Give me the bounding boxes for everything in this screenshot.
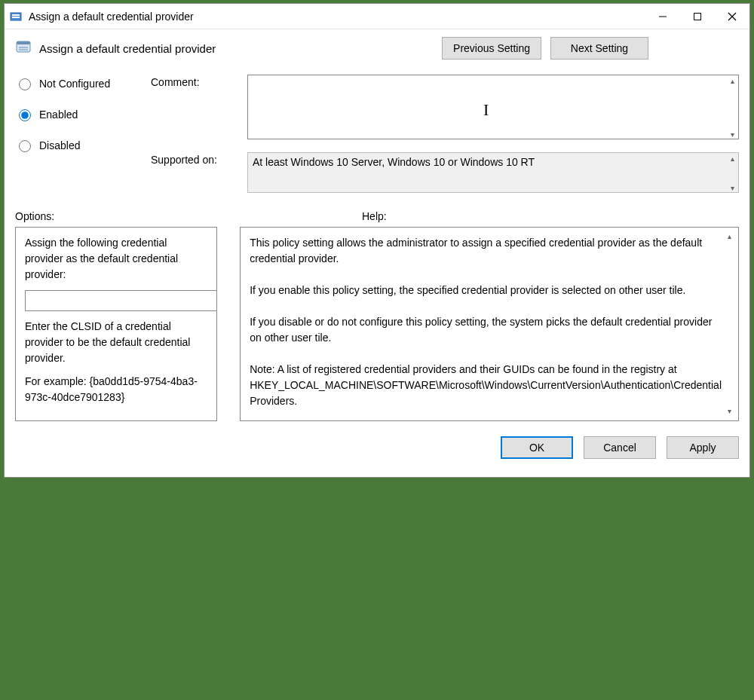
next-setting-button[interactable]: Next Setting	[550, 37, 648, 60]
dialog-window: Assign a default credential provider	[4, 3, 750, 478]
clsid-input[interactable]	[25, 290, 217, 311]
radio-label-enabled[interactable]: Enabled	[39, 109, 78, 121]
app-icon	[9, 10, 23, 23]
svg-rect-4	[694, 13, 701, 20]
options-label: Options:	[15, 210, 339, 222]
options-panel: Assign the following credential provider…	[15, 227, 217, 421]
previous-setting-button[interactable]: Previous Setting	[442, 37, 541, 60]
minimize-button[interactable]	[645, 4, 680, 29]
state-radio-group: Not Configured Enabled Disabled	[15, 75, 136, 195]
svg-rect-1	[12, 14, 20, 16]
options-intro-text: Assign the following credential provider…	[25, 235, 207, 283]
svg-rect-2	[12, 17, 20, 18]
options-hint-text: Enter the CLSID of a credential provider…	[25, 319, 207, 366]
apply-button[interactable]: Apply	[667, 436, 739, 459]
comment-wrap: ▴ ▾ I	[247, 75, 739, 142]
maximize-button[interactable]	[680, 4, 715, 29]
fields-column: Comment: ▴ ▾ I Supported on: ▴ ▾	[151, 75, 739, 195]
ok-button[interactable]: OK	[501, 436, 573, 459]
help-panel: This policy setting allows the administr…	[240, 227, 739, 421]
comment-label: Comment:	[151, 75, 241, 88]
titlebar: Assign a default credential provider	[5, 4, 749, 29]
panels-row: Assign the following credential provider…	[15, 227, 739, 421]
options-example-text: For example: {ba0dd1d5-9754-4ba3-973c-40…	[25, 374, 207, 405]
policy-icon	[15, 40, 32, 57]
radio-label-disabled[interactable]: Disabled	[39, 139, 80, 151]
supported-wrap: ▴ ▾	[247, 152, 739, 195]
svg-line-5	[728, 13, 736, 20]
radio-label-not-configured[interactable]: Not Configured	[39, 78, 110, 90]
config-row: Not Configured Enabled Disabled Comment:…	[15, 75, 739, 195]
cancel-button[interactable]: Cancel	[584, 436, 656, 459]
dialog-content: Assign a default credential provider Pre…	[5, 29, 749, 477]
header-row: Assign a default credential provider Pre…	[15, 37, 739, 60]
supported-on-text	[247, 152, 739, 193]
radio-enabled[interactable]: Enabled	[15, 107, 136, 121]
svg-line-6	[728, 13, 736, 20]
policy-title: Assign a default credential provider	[39, 42, 216, 55]
supported-label: Supported on:	[151, 152, 241, 166]
panel-labels-row: Options: Help:	[15, 210, 739, 222]
dialog-footer: OK Cancel Apply	[15, 436, 739, 466]
help-label: Help:	[362, 210, 739, 222]
svg-rect-8	[17, 41, 30, 44]
close-button[interactable]	[715, 4, 749, 29]
comment-input[interactable]	[247, 75, 739, 139]
radio-disabled[interactable]: Disabled	[15, 138, 136, 152]
window-title: Assign a default credential provider	[29, 11, 645, 23]
radio-not-configured[interactable]: Not Configured	[15, 76, 136, 90]
window-controls	[645, 4, 749, 29]
help-wrap: This policy setting allows the administr…	[240, 227, 739, 421]
